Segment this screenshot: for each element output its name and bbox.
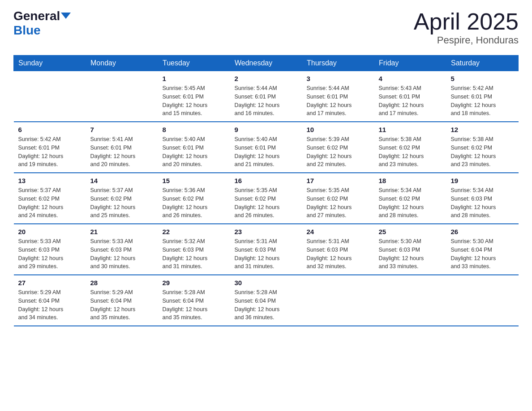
day-info: Sunrise: 5:44 AMSunset: 6:01 PMDaylight:… [235, 84, 298, 118]
header-cell-wednesday: Wednesday [230, 56, 302, 71]
header-cell-monday: Monday [86, 56, 158, 71]
day-info: Sunrise: 5:44 AMSunset: 6:01 PMDaylight:… [307, 84, 370, 118]
day-number: 11 [379, 126, 442, 133]
calendar-cell: 8Sunrise: 5:40 AMSunset: 6:01 PMDaylight… [158, 122, 230, 173]
calendar-cell: 30Sunrise: 5:28 AMSunset: 6:04 PMDayligh… [230, 275, 302, 326]
calendar-cell: 23Sunrise: 5:31 AMSunset: 6:03 PMDayligh… [230, 224, 302, 275]
calendar-cell: 22Sunrise: 5:32 AMSunset: 6:03 PMDayligh… [158, 224, 230, 275]
day-info: Sunrise: 5:38 AMSunset: 6:02 PMDaylight:… [451, 135, 514, 169]
day-number: 27 [18, 279, 82, 287]
page-title: April 2025 [414, 9, 519, 34]
day-number: 14 [90, 177, 154, 184]
calendar-cell [374, 275, 446, 326]
day-info: Sunrise: 5:31 AMSunset: 6:03 PMDaylight:… [307, 237, 370, 271]
logo-general-text: General [13, 9, 60, 23]
day-info: Sunrise: 5:30 AMSunset: 6:04 PMDaylight:… [451, 237, 514, 271]
day-number: 22 [163, 228, 226, 235]
day-number: 20 [18, 228, 82, 235]
day-info: Sunrise: 5:37 AMSunset: 6:02 PMDaylight:… [90, 186, 154, 220]
day-info: Sunrise: 5:28 AMSunset: 6:04 PMDaylight:… [235, 288, 298, 322]
calendar-cell: 29Sunrise: 5:28 AMSunset: 6:04 PMDayligh… [158, 275, 230, 326]
calendar-cell: 13Sunrise: 5:37 AMSunset: 6:02 PMDayligh… [14, 173, 86, 224]
calendar-cell: 3Sunrise: 5:44 AMSunset: 6:01 PMDaylight… [302, 71, 374, 122]
day-info: Sunrise: 5:29 AMSunset: 6:04 PMDaylight:… [90, 288, 154, 322]
calendar-cell: 16Sunrise: 5:35 AMSunset: 6:02 PMDayligh… [230, 173, 302, 224]
calendar-cell [14, 71, 86, 122]
day-number: 16 [235, 177, 298, 184]
day-info: Sunrise: 5:43 AMSunset: 6:01 PMDaylight:… [379, 84, 442, 118]
calendar-cell: 21Sunrise: 5:33 AMSunset: 6:03 PMDayligh… [86, 224, 158, 275]
day-info: Sunrise: 5:31 AMSunset: 6:03 PMDaylight:… [235, 237, 298, 271]
title-section: April 2025 Pespire, Honduras [414, 9, 519, 46]
day-info: Sunrise: 5:36 AMSunset: 6:02 PMDaylight:… [163, 186, 226, 220]
calendar-table: SundayMondayTuesdayWednesdayThursdayFrid… [13, 55, 519, 326]
header-cell-tuesday: Tuesday [158, 56, 230, 71]
day-number: 17 [307, 177, 370, 184]
day-info: Sunrise: 5:40 AMSunset: 6:01 PMDaylight:… [235, 135, 298, 169]
day-number: 2 [235, 75, 298, 82]
week-row-3: 13Sunrise: 5:37 AMSunset: 6:02 PMDayligh… [14, 173, 519, 224]
calendar-header: SundayMondayTuesdayWednesdayThursdayFrid… [14, 56, 519, 71]
calendar-cell: 4Sunrise: 5:43 AMSunset: 6:01 PMDaylight… [374, 71, 446, 122]
header-cell-thursday: Thursday [302, 56, 374, 71]
header-row: SundayMondayTuesdayWednesdayThursdayFrid… [14, 56, 519, 71]
calendar-cell: 24Sunrise: 5:31 AMSunset: 6:03 PMDayligh… [302, 224, 374, 275]
calendar-cell: 1Sunrise: 5:45 AMSunset: 6:01 PMDaylight… [158, 71, 230, 122]
day-info: Sunrise: 5:33 AMSunset: 6:03 PMDaylight:… [18, 237, 82, 271]
day-number: 18 [379, 177, 442, 184]
day-number: 4 [379, 75, 442, 82]
calendar-cell: 20Sunrise: 5:33 AMSunset: 6:03 PMDayligh… [14, 224, 86, 275]
logo: General Blue [13, 9, 71, 38]
calendar-cell: 27Sunrise: 5:29 AMSunset: 6:04 PMDayligh… [14, 275, 86, 326]
day-number: 26 [451, 228, 514, 235]
calendar-cell: 2Sunrise: 5:44 AMSunset: 6:01 PMDaylight… [230, 71, 302, 122]
day-number: 15 [163, 177, 226, 184]
logo-arrow-icon [61, 11, 71, 21]
calendar-cell: 7Sunrise: 5:41 AMSunset: 6:01 PMDaylight… [86, 122, 158, 173]
day-info: Sunrise: 5:29 AMSunset: 6:04 PMDaylight:… [18, 288, 82, 322]
calendar-cell: 10Sunrise: 5:39 AMSunset: 6:02 PMDayligh… [302, 122, 374, 173]
day-number: 19 [451, 177, 514, 184]
day-number: 7 [90, 126, 154, 133]
day-number: 30 [235, 279, 298, 287]
calendar-cell: 15Sunrise: 5:36 AMSunset: 6:02 PMDayligh… [158, 173, 230, 224]
header-cell-friday: Friday [374, 56, 446, 71]
day-info: Sunrise: 5:39 AMSunset: 6:02 PMDaylight:… [307, 135, 370, 169]
calendar-cell: 14Sunrise: 5:37 AMSunset: 6:02 PMDayligh… [86, 173, 158, 224]
svg-marker-0 [61, 13, 71, 19]
day-info: Sunrise: 5:30 AMSunset: 6:03 PMDaylight:… [379, 237, 442, 271]
calendar-body: 1Sunrise: 5:45 AMSunset: 6:01 PMDaylight… [14, 71, 519, 326]
calendar-cell [86, 71, 158, 122]
day-info: Sunrise: 5:33 AMSunset: 6:03 PMDaylight:… [90, 237, 154, 271]
day-number: 13 [18, 177, 82, 184]
day-number: 5 [451, 75, 514, 82]
day-info: Sunrise: 5:37 AMSunset: 6:02 PMDaylight:… [18, 186, 82, 220]
header-cell-sunday: Sunday [14, 56, 86, 71]
day-info: Sunrise: 5:34 AMSunset: 6:02 PMDaylight:… [379, 186, 442, 220]
day-info: Sunrise: 5:40 AMSunset: 6:01 PMDaylight:… [163, 135, 226, 169]
calendar-cell [446, 275, 519, 326]
day-number: 9 [235, 126, 298, 133]
calendar-cell: 17Sunrise: 5:35 AMSunset: 6:02 PMDayligh… [302, 173, 374, 224]
day-number: 24 [307, 228, 370, 235]
calendar-cell: 12Sunrise: 5:38 AMSunset: 6:02 PMDayligh… [446, 122, 519, 173]
page-subtitle: Pespire, Honduras [414, 34, 519, 46]
week-row-4: 20Sunrise: 5:33 AMSunset: 6:03 PMDayligh… [14, 224, 519, 275]
day-number: 21 [90, 228, 154, 235]
calendar-cell: 26Sunrise: 5:30 AMSunset: 6:04 PMDayligh… [446, 224, 519, 275]
calendar-cell: 28Sunrise: 5:29 AMSunset: 6:04 PMDayligh… [86, 275, 158, 326]
week-row-1: 1Sunrise: 5:45 AMSunset: 6:01 PMDaylight… [14, 71, 519, 122]
calendar-cell: 18Sunrise: 5:34 AMSunset: 6:02 PMDayligh… [374, 173, 446, 224]
day-info: Sunrise: 5:34 AMSunset: 6:03 PMDaylight:… [451, 186, 514, 220]
day-info: Sunrise: 5:41 AMSunset: 6:01 PMDaylight:… [90, 135, 154, 169]
day-number: 3 [307, 75, 370, 82]
day-number: 28 [90, 279, 154, 287]
page-header: General Blue April 2025 Pespire, Hondura… [13, 9, 519, 46]
logo-blue-text: Blue [13, 23, 41, 37]
day-info: Sunrise: 5:42 AMSunset: 6:01 PMDaylight:… [451, 84, 514, 118]
calendar-cell: 19Sunrise: 5:34 AMSunset: 6:03 PMDayligh… [446, 173, 519, 224]
week-row-5: 27Sunrise: 5:29 AMSunset: 6:04 PMDayligh… [14, 275, 519, 326]
day-number: 23 [235, 228, 298, 235]
week-row-2: 6Sunrise: 5:42 AMSunset: 6:01 PMDaylight… [14, 122, 519, 173]
day-number: 8 [163, 126, 226, 133]
